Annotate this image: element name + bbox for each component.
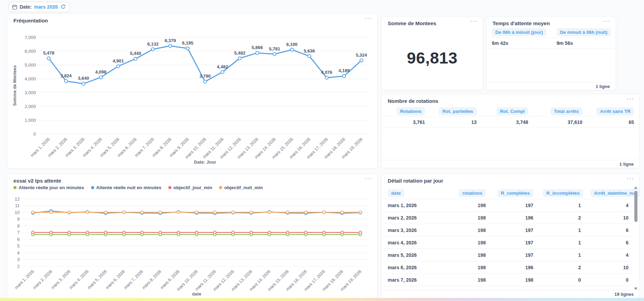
table-cell[interactable]: 198: [489, 277, 537, 283]
table-cell[interactable]: 197: [489, 203, 537, 208]
table-cell[interactable]: 1: [537, 252, 584, 258]
ellipsis-menu-icon[interactable]: ···: [627, 96, 635, 103]
table-cell[interactable]: 1: [537, 203, 584, 208]
data-point[interactable]: [231, 211, 234, 214]
data-point[interactable]: [231, 231, 234, 234]
table-cell[interactable]: 198: [442, 265, 489, 270]
data-point[interactable]: [341, 231, 344, 234]
essai-line-chart[interactable]: 23456789101112mars 1, 2026mars 2, 2026ma…: [11, 193, 375, 298]
data-point[interactable]: [268, 211, 271, 214]
data-point[interactable]: [323, 231, 325, 234]
frequentation-line-chart[interactable]: 01,0002,0003,0004,0005,0006,0007,000mars…: [11, 25, 375, 167]
legend-item[interactable]: objectif_nuit_min: [219, 185, 263, 190]
column-header[interactable]: De 06h à minuit (jour): [492, 28, 546, 36]
table-cell[interactable]: mars 3, 2026: [382, 227, 442, 233]
table-cell[interactable]: mars 6, 2026: [382, 265, 442, 270]
table-cell[interactable]: mars 2, 2026: [382, 215, 442, 221]
data-point[interactable]: [325, 76, 328, 79]
data-point[interactable]: [250, 231, 252, 234]
data-point[interactable]: [341, 211, 344, 214]
data-point[interactable]: [82, 82, 85, 85]
data-point[interactable]: [273, 52, 276, 56]
data-point[interactable]: [360, 59, 363, 62]
scroll-down-arrow[interactable]: [634, 288, 637, 290]
date-filter[interactable]: Date: mars 2026: [9, 2, 70, 12]
table-cell[interactable]: 4: [584, 252, 632, 258]
legend-item[interactable]: Attente réelle jour en minutes: [13, 185, 84, 190]
column-header[interactable]: R_incomplètes: [543, 189, 583, 197]
data-point[interactable]: [308, 55, 311, 58]
table-cell[interactable]: 10: [584, 215, 632, 221]
column-header[interactable]: Rot. Compl: [496, 107, 528, 115]
data-point[interactable]: [47, 57, 50, 60]
table-cell[interactable]: mars 5, 2026: [382, 252, 442, 258]
table-cell[interactable]: 9m 56s: [557, 40, 573, 46]
column-header[interactable]: Arrêt_datetime_nul: [591, 189, 640, 197]
data-point[interactable]: [117, 65, 120, 68]
data-point[interactable]: [122, 211, 125, 214]
table-cell[interactable]: 198: [442, 240, 489, 245]
data-point[interactable]: [256, 51, 259, 55]
column-header[interactable]: date: [388, 189, 404, 197]
column-header[interactable]: Rotations: [397, 107, 425, 115]
data-point[interactable]: [286, 231, 289, 234]
table-cell[interactable]: 13: [471, 119, 477, 125]
data-point[interactable]: [221, 70, 224, 74]
data-point[interactable]: [359, 211, 362, 214]
table-cell[interactable]: 197: [489, 240, 537, 245]
table-scrollbar[interactable]: [634, 186, 638, 290]
data-point[interactable]: [141, 231, 143, 234]
table-cell[interactable]: 0: [584, 277, 632, 283]
table-row[interactable]: mars 4, 202619819716: [382, 236, 632, 249]
data-point[interactable]: [186, 47, 189, 50]
data-point[interactable]: [238, 57, 241, 60]
column-header[interactable]: Total arrêts: [551, 107, 583, 115]
data-point[interactable]: [169, 44, 172, 47]
table-cell[interactable]: 1: [537, 240, 584, 245]
data-point[interactable]: [214, 231, 216, 234]
column-header[interactable]: R_complètes: [497, 189, 533, 197]
legend-item[interactable]: objectif_jour_min: [168, 185, 212, 190]
table-cell[interactable]: 3,748: [516, 119, 528, 125]
data-point[interactable]: [304, 231, 307, 234]
ellipsis-menu-icon[interactable]: ···: [627, 175, 635, 182]
data-point[interactable]: [31, 211, 34, 214]
data-point[interactable]: [214, 211, 216, 214]
data-point[interactable]: [122, 231, 125, 234]
scrollbar-thumb[interactable]: [634, 191, 637, 222]
table-cell[interactable]: 3,761: [413, 119, 425, 125]
table-cell[interactable]: mars 1, 2026: [382, 203, 442, 208]
data-point[interactable]: [159, 231, 162, 234]
refresh-icon[interactable]: [60, 4, 66, 10]
table-cell[interactable]: 6: [584, 227, 632, 233]
data-point[interactable]: [290, 48, 294, 51]
table-row[interactable]: mars 2, 2026198196210: [382, 211, 632, 224]
table-cell[interactable]: 2: [537, 265, 584, 270]
table-cell[interactable]: 0: [537, 277, 584, 283]
table-cell[interactable]: 198: [442, 215, 489, 221]
table-cell[interactable]: 196: [489, 215, 537, 221]
data-point[interactable]: [134, 57, 137, 60]
column-header[interactable]: Rot. partielles: [439, 107, 476, 115]
column-header[interactable]: Arrêt sans TR: [596, 107, 634, 115]
column-header[interactable]: De minuit à 06h (nuit): [557, 28, 611, 36]
data-point[interactable]: [195, 231, 198, 234]
table-cell[interactable]: 37,610: [568, 119, 583, 125]
data-point[interactable]: [68, 211, 71, 214]
data-point[interactable]: [204, 80, 207, 83]
data-point[interactable]: [177, 231, 180, 234]
table-cell[interactable]: 6: [584, 240, 632, 245]
table-cell[interactable]: 2: [537, 215, 584, 221]
data-point[interactable]: [141, 211, 143, 214]
data-point[interactable]: [99, 76, 102, 79]
ellipsis-menu-icon[interactable]: ···: [365, 15, 373, 22]
table-cell[interactable]: 196: [489, 265, 537, 270]
table-row[interactable]: mars 1, 202619819714: [382, 199, 632, 211]
table-cell[interactable]: 65: [628, 119, 634, 125]
table-row[interactable]: mars 5, 202619819714: [382, 249, 632, 261]
data-point[interactable]: [68, 231, 71, 234]
data-point[interactable]: [323, 211, 325, 214]
table-cell[interactable]: 198: [442, 277, 489, 283]
table-row[interactable]: mars 7, 202619819800: [382, 273, 632, 286]
data-point[interactable]: [151, 48, 155, 51]
